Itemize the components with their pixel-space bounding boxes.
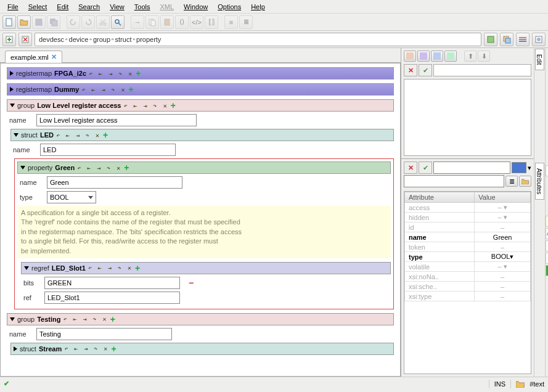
expand-icon[interactable] [10,87,14,92]
collapse-icon[interactable] [24,266,29,270]
side-icon-ok[interactable]: ✔ [546,265,548,276]
ref-input[interactable] [44,292,180,304]
add-icon[interactable]: + [129,84,134,94]
menu-options[interactable]: Options [213,1,246,12]
collapse-icon[interactable] [10,317,15,321]
table-row[interactable]: volatile– ▾ [405,262,531,272]
rp-btn-4[interactable] [444,51,457,62]
expand-icon[interactable] [10,71,14,76]
side-icon-omega[interactable]: Ω [546,253,548,264]
node-actions[interactable]: ↶ ⇤ ⇥ ↷ ✕ [64,345,108,352]
sidetab-attributes[interactable]: Attributes [535,163,544,200]
collapse-icon[interactable] [20,166,25,169]
breadcrumb-seg[interactable]: property [136,36,161,43]
expand-icon[interactable] [14,346,17,351]
xml-editor[interactable]: registermap FPGA_i2c ↶ ⇤ ⇥ ↷ ✕ + registe… [0,63,401,377]
menu-window[interactable]: Window [179,1,213,12]
menu-xml[interactable]: XML [155,1,179,12]
bc-btn-2[interactable] [500,33,513,46]
rp-btn-1[interactable] [404,51,416,62]
menu-search[interactable]: Search [73,1,105,12]
side-icon-abc[interactable]: ABC [546,228,548,239]
open-folder-button[interactable] [17,15,31,29]
node-property-green[interactable]: property Green ↶ ⇤ ⇥ ↷ ✕ + [17,161,391,174]
table-row[interactable]: nameGreen [405,232,531,242]
bc-btn-1[interactable] [484,33,497,46]
node-actions[interactable]: ↶ ⇤ ⇥ ↷ ✕ [63,316,107,322]
rp-btn-2[interactable] [417,51,430,62]
node-actions[interactable]: ↶ ⇤ ⇥ ↷ ✕ [81,86,126,93]
add-icon[interactable]: + [136,68,141,78]
menu-file[interactable]: File [2,1,23,12]
new-file-button[interactable] [2,15,16,29]
node-struct-led[interactable]: struct LED ↶ ⇤ ⇥ ↷ ✕ + [10,129,394,141]
menu-tools[interactable]: Tools [129,1,155,12]
menu-view[interactable]: View [105,1,129,12]
bits-input[interactable] [44,277,180,289]
undo-button[interactable] [67,15,80,29]
rp-btn-5[interactable]: ⬆ [464,51,476,62]
wrap-button[interactable]: ⟦⟧ [205,15,218,29]
attribute-table[interactable]: Attribute Value access– ▾hidden– ▾id–nam… [404,191,531,374]
node-actions[interactable]: ↶ ⇤ ⇥ ↷ ✕ [88,264,133,271]
node-actions[interactable]: ↶ ⇤ ⇥ ↷ ✕ [56,132,100,139]
name-input-prop1[interactable] [47,176,182,189]
table-row[interactable]: hidden– ▾ [405,213,531,223]
side-icon-check[interactable]: ✔ [546,165,548,176]
breadcrumb-seg[interactable]: group [93,36,110,43]
bc-btn-4[interactable] [532,33,546,46]
save-button[interactable] [32,15,46,29]
name-input-group2[interactable] [36,328,172,340]
rp-btn-3[interactable] [431,51,443,62]
sidetab-edit[interactable]: Edit [535,49,544,70]
add-icon[interactable]: + [110,314,115,324]
breadcrumb-seg[interactable]: struct [115,36,132,43]
attr-col-name[interactable]: Attribute [405,192,475,203]
attr-cancel-button[interactable]: ✕ [404,161,417,174]
add-icon[interactable]: + [111,344,116,354]
uncomment-button[interactable]: </> [190,15,203,29]
copy-button[interactable] [145,15,159,29]
add-icon[interactable]: + [135,263,140,273]
save-all-button[interactable] [47,15,60,29]
attr-accept-button[interactable]: ✔ [419,161,432,174]
chevron-down-icon[interactable]: ▾ [528,164,531,172]
menu-select[interactable]: Select [23,1,52,12]
node-group-testing[interactable]: group Testing ↶ ⇤ ⇥ ↷ ✕ + [7,313,394,325]
node-regref-led-slot1[interactable]: regref LED_Slot1 ↶ ⇤ ⇥ ↷ ✕ + [21,262,391,274]
nav-add-button[interactable] [2,33,16,46]
side-icon-highlight[interactable]: A [546,216,548,227]
node-actions[interactable]: ↶ ⇤ ⇥ ↷ ✕ [89,70,133,77]
rp-btn-6[interactable]: ⬇ [478,51,490,62]
menu-edit[interactable]: Edit [52,1,73,12]
table-row[interactable]: xsi:sche..– [405,282,531,292]
indent-right-button[interactable]: ≣ [239,15,253,29]
tab-example-xml[interactable]: example.xml ✕ [5,51,62,63]
table-row[interactable]: xsi:noNa..– [405,272,531,282]
table-row[interactable]: xsi:type– [405,292,531,301]
color-swatch[interactable] [512,162,526,173]
edit-value-input[interactable] [433,64,531,76]
folder-button[interactable] [519,176,531,187]
node-struct-stream[interactable]: struct Stream ↶ ⇤ ⇥ ↷ ✕ + [10,343,394,355]
node-registermap-fpga[interactable]: registermap FPGA_i2c ↶ ⇤ ⇥ ↷ ✕ + [7,67,394,80]
attr-col-value[interactable]: Value [475,192,531,203]
list-button[interactable]: ≣ [505,176,518,187]
nav-remove-button[interactable] [18,33,32,46]
find-button[interactable] [111,15,125,29]
indent-left-button[interactable]: ≡ [224,15,238,29]
side-icon-refresh[interactable]: ⟳ [546,240,548,251]
breadcrumb-seg[interactable]: devdesc [39,36,64,43]
accept-button[interactable]: ✔ [419,64,432,76]
table-row[interactable]: token– [405,242,531,252]
attr-key-input[interactable] [433,161,510,174]
comment-button[interactable]: ⟨⟩ [175,15,189,29]
breadcrumb-seg[interactable]: device [69,36,89,43]
cancel-button[interactable]: ✕ [404,64,417,76]
bc-btn-3[interactable] [516,33,530,46]
attr-value-input[interactable] [404,175,504,187]
node-actions[interactable]: ↶ ⇤ ⇥ ↷ ✕ [124,102,168,109]
breadcrumb-path[interactable]: devdesc▫ device▫ group▫ struct▫ property [35,33,481,46]
remove-icon[interactable]: − [189,278,194,288]
name-input-group1[interactable] [36,114,197,126]
